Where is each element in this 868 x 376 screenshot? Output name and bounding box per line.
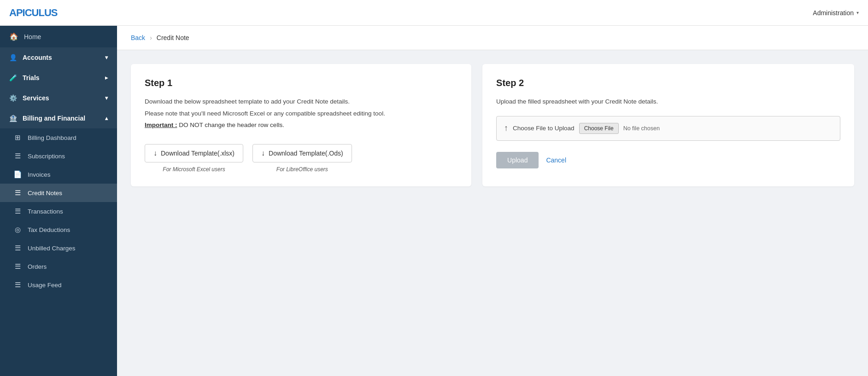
accounts-icon: 👤 (9, 54, 17, 61)
main-content: Back › Credit Note Step 1 Download the b… (117, 26, 868, 376)
sidebar-item-label: Home (24, 33, 41, 40)
step2-card: Step 2 Upload the filled spreadsheet wit… (482, 64, 854, 186)
sidebar-item-label: Usage Feed (28, 282, 62, 289)
choose-file-label: Choose File to Upload (513, 125, 575, 132)
sidebar-item-label: Transactions (28, 208, 63, 215)
xlsx-sub-label: For Microsoft Excel users (163, 166, 225, 173)
sidebar: 🏠 Home 👤 Accounts ▾ 🧪 Trials ▸ ⚙️ Servic… (0, 26, 117, 376)
home-icon: 🏠 (9, 32, 18, 41)
xlsx-download-wrap: ↓ Download Template(.xlsx) For Microsoft… (145, 144, 243, 173)
usage-icon: ☰ (13, 281, 22, 289)
tax-icon: ◎ (13, 226, 22, 234)
chevron-down-icon: ▾ (856, 10, 859, 15)
sidebar-item-accounts[interactable]: 👤 Accounts ▾ (0, 47, 117, 68)
ods-download-wrap: ↓ Download Template(.Ods) For LibreOffic… (252, 144, 352, 173)
breadcrumb-separator: › (150, 34, 152, 41)
choose-file-button[interactable]: Choose File (579, 123, 619, 134)
breadcrumb-current: Credit Note (157, 34, 189, 41)
layout: 🏠 Home 👤 Accounts ▾ 🧪 Trials ▸ ⚙️ Servic… (0, 26, 868, 376)
download-icon: ↓ (153, 149, 157, 157)
step1-important: Important : DO NOT change the header row… (145, 120, 457, 130)
xlsx-btn-label: Download Template(.xlsx) (161, 150, 235, 157)
sidebar-item-label: Billing Dashboard (28, 134, 76, 141)
sidebar-item-services[interactable]: ⚙️ Services ▾ (0, 88, 117, 108)
admin-label: Administration (813, 9, 854, 17)
chevron-down-icon: ▾ (105, 95, 108, 101)
sidebar-item-credit-notes[interactable]: ☰ Credit Notes (0, 184, 117, 202)
sidebar-item-orders[interactable]: ☰ Orders (0, 257, 117, 276)
sidebar-item-billing-dashboard[interactable]: ⊞ Billing Dashboard (0, 128, 117, 147)
chevron-up-icon: ▴ (105, 115, 108, 121)
upload-icon: ↑ (504, 123, 508, 133)
sidebar-item-label: Accounts (23, 54, 52, 61)
step1-title: Step 1 (145, 78, 457, 88)
transactions-icon: ☰ (13, 207, 22, 215)
sidebar-item-label: Unbilled Charges (28, 245, 76, 252)
sidebar-item-label: Invoices (28, 171, 51, 178)
sidebar-item-unbilled-charges[interactable]: ☰ Unbilled Charges (0, 239, 117, 257)
sidebar-item-label: Credit Notes (28, 190, 62, 197)
file-name-display: No file chosen (623, 125, 660, 132)
chevron-down-icon: ▾ (105, 54, 108, 61)
logo: APICULUS (9, 7, 57, 19)
sidebar-item-invoices[interactable]: 📄 Invoices (0, 165, 117, 184)
download-buttons: ↓ Download Template(.xlsx) For Microsoft… (145, 144, 457, 173)
step1-card: Step 1 Download the below spreadsheet te… (131, 64, 471, 186)
file-upload-area: ↑ Choose File to Upload Choose File No f… (496, 116, 840, 141)
admin-menu[interactable]: Administration ▾ (813, 9, 859, 17)
cancel-button[interactable]: Cancel (544, 152, 568, 168)
content-area: Step 1 Download the below spreadsheet te… (117, 50, 868, 200)
services-icon: ⚙️ (9, 94, 17, 102)
breadcrumb: Back › Credit Note (117, 26, 868, 50)
download-ods-button[interactable]: ↓ Download Template(.Ods) (252, 144, 352, 162)
sidebar-item-label: Trials (23, 74, 40, 81)
download-icon: ↓ (261, 149, 265, 157)
important-text: DO NOT change the header row cells. (179, 121, 284, 128)
sidebar-item-label: Subscriptions (28, 153, 65, 160)
dashboard-icon: ⊞ (13, 133, 22, 142)
ods-sub-label: For LibreOffice users (276, 166, 328, 173)
step2-title: Step 2 (496, 78, 840, 88)
sidebar-item-subscriptions[interactable]: ☰ Subscriptions (0, 147, 117, 165)
chevron-right-icon: ▸ (105, 75, 108, 81)
sidebar-item-home[interactable]: 🏠 Home (0, 26, 117, 47)
orders-icon: ☰ (13, 262, 22, 271)
credit-notes-icon: ☰ (13, 189, 22, 197)
sidebar-item-usage-feed[interactable]: ☰ Usage Feed (0, 276, 117, 294)
sidebar-item-label: Orders (28, 263, 47, 270)
download-xlsx-button[interactable]: ↓ Download Template(.xlsx) (145, 144, 243, 162)
sidebar-item-label: Services (23, 94, 49, 102)
step2-description: Upload the filled spreadsheet with your … (496, 97, 840, 107)
sidebar-item-label: Billing and Financial (23, 115, 85, 122)
sidebar-item-trials[interactable]: 🧪 Trials ▸ (0, 68, 117, 88)
unbilled-icon: ☰ (13, 244, 22, 252)
invoices-icon: 📄 (13, 170, 22, 179)
action-buttons: Upload Cancel (496, 152, 840, 168)
logo-text: APICULUS (9, 7, 57, 18)
subscriptions-icon: ☰ (13, 152, 22, 160)
sidebar-item-billing[interactable]: 🏦 Billing and Financial ▴ (0, 108, 117, 128)
step1-desc1: Download the below spreadsheet template … (145, 97, 457, 107)
upload-button[interactable]: Upload (496, 152, 539, 168)
billing-icon: 🏦 (9, 115, 17, 122)
back-link[interactable]: Back (131, 34, 145, 41)
sidebar-item-label: Tax Deductions (28, 226, 70, 233)
important-label: Important : (145, 121, 177, 128)
ods-btn-label: Download Template(.Ods) (269, 150, 343, 157)
sidebar-item-tax-deductions[interactable]: ◎ Tax Deductions (0, 220, 117, 239)
header: APICULUS Administration ▾ (0, 0, 868, 26)
trials-icon: 🧪 (9, 74, 17, 81)
step1-desc2: Please note that you'll need Microsoft E… (145, 109, 457, 119)
sidebar-item-transactions[interactable]: ☰ Transactions (0, 202, 117, 220)
